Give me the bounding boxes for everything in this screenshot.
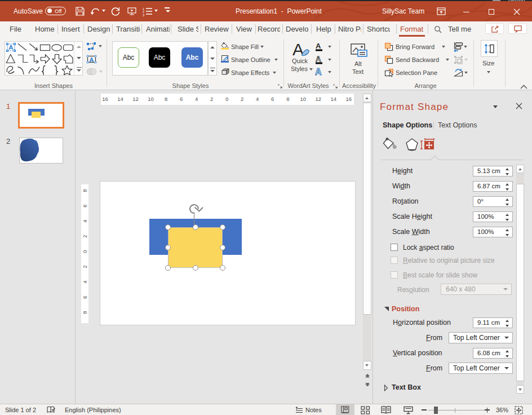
svg-text:A: A — [8, 44, 13, 51]
svg-text:A: A — [316, 55, 321, 63]
svg-text:A: A — [315, 67, 322, 77]
svg-text:A: A — [292, 40, 304, 59]
svg-text:A: A — [316, 42, 321, 50]
svg-text:A: A — [90, 56, 94, 63]
